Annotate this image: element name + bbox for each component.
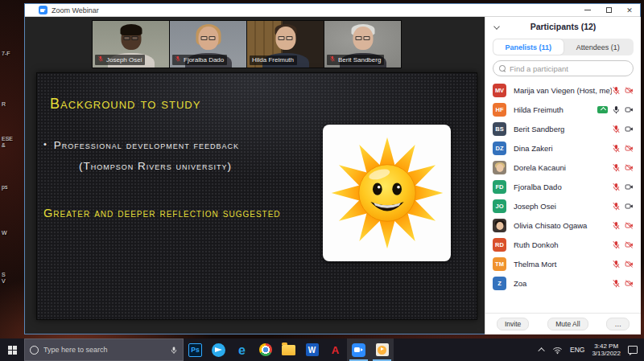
participant-name: Olivia Chisato Ogawa <box>514 221 612 230</box>
participant-status-icons <box>597 105 634 114</box>
edge-icon: e <box>238 343 246 357</box>
chrome-icon <box>259 343 272 356</box>
taskbar-search[interactable] <box>24 338 184 361</box>
windows-logo-icon <box>8 346 17 355</box>
camera-off-icon <box>625 86 634 95</box>
mic-off-icon <box>612 125 621 133</box>
search-icon <box>499 65 506 72</box>
camera-on-icon <box>625 183 634 191</box>
glasses <box>277 36 294 41</box>
participant-status-icons <box>612 202 634 211</box>
participant-row[interactable]: RDRuth Donkoh <box>493 235 634 254</box>
camera-on-icon <box>625 105 634 114</box>
titlebar[interactable]: Zoom Webinar ✕ <box>25 4 640 17</box>
participant-status-icons <box>612 279 634 288</box>
desktop-icon-label[interactable]: W <box>2 230 7 236</box>
participant-initials-avatar: FD <box>493 180 506 194</box>
participant-status-icons <box>612 163 634 172</box>
participant-row[interactable]: JOJoseph Osei <box>493 196 634 215</box>
desktop-icon-label[interactable]: R <box>2 101 6 108</box>
maximize-button[interactable] <box>598 4 619 16</box>
desktop-icon-label[interactable]: S V <box>2 272 6 285</box>
mic-off-icon <box>329 55 336 62</box>
file-explorer-icon <box>282 345 295 355</box>
taskbar-icon-telegram[interactable] <box>207 338 230 361</box>
desktop-icon-label[interactable]: ESE & <box>2 136 13 149</box>
start-button[interactable] <box>0 338 24 361</box>
search-input[interactable] <box>510 64 627 73</box>
participant-initials-avatar: HF <box>493 103 506 117</box>
desktop: { "titlebar": { "title": "Zoom Webinar" … <box>0 0 644 361</box>
mute-all-button[interactable]: Mute All <box>547 318 588 330</box>
glasses <box>354 36 371 41</box>
participant-initials-avatar: Z <box>493 277 506 290</box>
camera-on-icon <box>625 125 634 133</box>
tray-date: 3/13/2022 <box>592 350 621 357</box>
tab-attendees[interactable]: Attendees (1) <box>564 39 634 55</box>
taskbar-icon-zoom[interactable] <box>347 338 370 361</box>
more-options-button[interactable]: … <box>606 318 630 330</box>
camera-off-icon <box>625 144 634 153</box>
participant-status-icons <box>612 221 634 230</box>
participant-row[interactable]: MVMarija van Viegen (Host, me) <box>493 80 634 100</box>
participant-status-icons <box>612 86 634 95</box>
taskbar-icon-file-explorer[interactable] <box>277 338 300 361</box>
participants-header: Participants (12) <box>485 22 641 31</box>
participant-row[interactable]: Dorela Kacauni <box>493 158 634 177</box>
mic-off-icon <box>612 86 621 95</box>
tray-chevron-icon[interactable] <box>538 347 544 354</box>
action-center-icon[interactable] <box>628 346 638 354</box>
participant-photo-avatar <box>493 161 506 174</box>
video-name-label: Hilda Freimuth <box>250 55 297 65</box>
zoom-icon <box>352 343 365 357</box>
mic-off-icon <box>612 183 621 191</box>
participant-row[interactable]: TMThelma Mort <box>493 254 634 273</box>
camera-off-icon <box>625 240 634 249</box>
participant-name: Berit Sandberg <box>514 125 612 133</box>
taskbar-search-input[interactable] <box>43 346 165 354</box>
clock[interactable]: 3:42 PM 3/13/2022 <box>592 343 621 357</box>
video-tile-hilda-freimuth[interactable]: Hilda Freimuth <box>247 21 324 68</box>
participant-initials-avatar: DZ <box>493 142 506 155</box>
telegram-icon <box>212 343 225 357</box>
close-button[interactable]: ✕ <box>619 4 640 16</box>
video-tile-joseph-osei[interactable]: Joseph Osei <box>93 21 169 68</box>
participant-row[interactable]: BSBerit Sandberg <box>493 119 634 138</box>
taskbar-icon-chrome[interactable] <box>254 338 277 361</box>
desktop-icon-label[interactable]: 7-F <box>2 51 10 57</box>
taskbar-icon-edge[interactable]: e <box>230 338 254 361</box>
taskbar-icon-word[interactable]: W <box>300 338 324 361</box>
participant-row[interactable]: FDFjoralba Dado <box>493 177 634 196</box>
participant-row[interactable]: ZZoa <box>493 273 634 293</box>
slide-bullet-sub: (Thompson Rivers university) <box>79 160 232 172</box>
taskbar-icon-media-player[interactable] <box>370 338 394 361</box>
mic-off-icon <box>612 144 621 153</box>
participant-row[interactable]: DZDina Zakeri <box>493 138 634 158</box>
participant-name: Hilda Freimuth <box>514 105 597 114</box>
video-tile-berit-sandberg[interactable]: Berit Sandberg <box>324 21 401 68</box>
desktop-icon-label[interactable]: ps <box>2 184 7 191</box>
invite-button[interactable]: Invite <box>497 318 529 330</box>
video-tile-fjoralba-dado[interactable]: Fjoralba Dado <box>170 21 246 68</box>
mic-on-icon <box>612 105 621 114</box>
camera-off-icon <box>625 279 634 288</box>
participant-name: Joseph Osei <box>514 202 612 211</box>
participant-row[interactable]: Olivia Chisato Ogawa <box>493 215 634 235</box>
tab-panelists[interactable]: Panelists (11) <box>493 39 564 55</box>
taskbar-icon-acrobat[interactable]: A <box>324 338 347 361</box>
slide-title: Background to study <box>50 96 200 113</box>
network-icon[interactable] <box>552 346 563 355</box>
mic-icon[interactable] <box>170 346 178 355</box>
participant-search-box[interactable] <box>493 60 634 76</box>
participants-footer: Invite Mute All … <box>485 313 641 334</box>
shared-presentation-slide: Background to study •Professional develo… <box>36 72 477 320</box>
minimize-button[interactable] <box>577 4 598 16</box>
slide-bullet: •Professional development feedback <box>43 139 239 151</box>
language-indicator[interactable]: ENG <box>570 346 584 354</box>
participant-list: MVMarija van Viegen (Host, me) HFHilda F… <box>485 78 641 313</box>
participant-row[interactable]: HFHilda Freimuth <box>493 100 634 119</box>
taskbar-icon-photoshop[interactable]: Ps <box>184 338 207 361</box>
search-circle-icon <box>30 346 39 355</box>
video-name-label: Berit Sandberg <box>327 55 384 65</box>
zoom-app-icon <box>39 6 47 14</box>
